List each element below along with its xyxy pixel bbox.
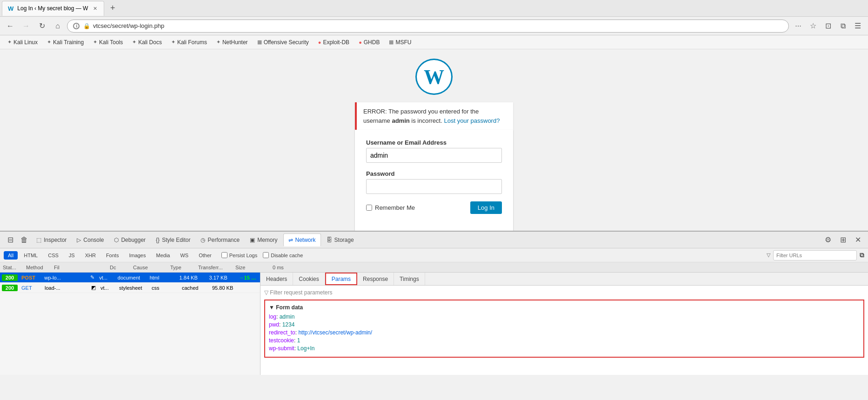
request-row-1[interactable]: 200 POST wp-lo... ✎ vt... document html … bbox=[0, 273, 260, 283]
request-1-transfer: 1.84 KB bbox=[178, 275, 207, 280]
error-box: ERROR: The password you entered for the … bbox=[355, 102, 513, 130]
bookmark-kali-docs[interactable]: ✦ Kali Docs bbox=[128, 38, 166, 47]
filter-params-row: ▽ Filter request parameters bbox=[264, 289, 864, 296]
tab-debugger[interactable]: ⬡ Debugger bbox=[109, 233, 150, 247]
request-list: 200 POST wp-lo... ✎ vt... document html … bbox=[0, 273, 260, 375]
tab-memory[interactable]: ▣ Memory bbox=[245, 233, 282, 247]
devtools-panel: ⊟ 🗑 ⬚ Inspector ▷ Console ⬡ Debugger {} … bbox=[0, 231, 868, 375]
bookmark-kali-docs-icon: ✦ bbox=[132, 39, 136, 45]
address-bar[interactable]: ℹ 🔒 vtcsec/secret/wp-login.php bbox=[67, 20, 789, 33]
style-editor-icon: {} bbox=[156, 237, 160, 243]
devtools-clear-button[interactable]: 🗑 bbox=[18, 233, 31, 247]
filter-images-button[interactable]: Images bbox=[125, 251, 150, 260]
bookmark-msfu[interactable]: ▦ MSFU bbox=[385, 38, 415, 47]
tab-network[interactable]: ⇌ Network bbox=[283, 233, 321, 247]
request-row-2[interactable]: 200 GET load-... ◩ vt... stylesheet css … bbox=[0, 283, 260, 293]
filter-params-label: Filter request parameters bbox=[270, 289, 332, 296]
sidebar-button[interactable]: ⊡ bbox=[821, 20, 835, 33]
bookmark-kali-linux[interactable]: ✦ Kali Linux bbox=[4, 38, 41, 47]
remember-checkbox[interactable] bbox=[366, 205, 372, 211]
split-view-button[interactable]: ⧉ bbox=[836, 20, 849, 33]
back-button[interactable]: ← bbox=[4, 20, 17, 33]
request-1-pencil: ✎ bbox=[88, 274, 98, 280]
filter-xhr-button[interactable]: XHR bbox=[81, 251, 100, 260]
bookmark-ghdb-icon: ● bbox=[359, 40, 362, 45]
request-detail-area: 200 POST wp-lo... ✎ vt... document html … bbox=[0, 273, 868, 375]
forward-button[interactable]: → bbox=[20, 20, 33, 33]
filter-url-clear-button[interactable]: ⧉ bbox=[860, 251, 864, 259]
request-2-icon: ◩ bbox=[89, 285, 99, 291]
bookmark-nethunter[interactable]: ✦ NetHunter bbox=[213, 38, 252, 47]
page-content: W ERROR: The password you entered for th… bbox=[0, 49, 868, 231]
more-options-button[interactable]: ··· bbox=[792, 20, 805, 33]
request-2-method: GET bbox=[20, 285, 43, 291]
password-input[interactable] bbox=[366, 179, 502, 194]
username-input[interactable] bbox=[366, 148, 502, 163]
remember-label[interactable]: Remember Me bbox=[366, 204, 415, 211]
lost-password-link[interactable]: Lost your password? bbox=[444, 117, 500, 124]
tab-storage[interactable]: 🗄 Storage bbox=[322, 233, 359, 247]
devtools-dock-side-button[interactable]: ⊞ bbox=[836, 233, 849, 247]
tab-console[interactable]: ▷ Console bbox=[72, 233, 108, 247]
form-data-key-log: log bbox=[269, 313, 276, 320]
style-editor-label: Style Editor bbox=[162, 237, 190, 243]
request-2-status: 200 bbox=[2, 285, 18, 291]
filter-ws-button[interactable]: WS bbox=[176, 251, 193, 260]
storage-icon: 🗄 bbox=[327, 237, 332, 243]
request-2-domain: vt... bbox=[99, 285, 117, 291]
persist-logs-input[interactable] bbox=[221, 252, 227, 258]
form-data-section: ▼ Form data log: admin pwd: 1234 redirec… bbox=[264, 300, 864, 358]
reload-button[interactable]: ↻ bbox=[35, 20, 48, 33]
col-header-cause: Cause bbox=[130, 265, 167, 270]
tab-inspector[interactable]: ⬚ Inspector bbox=[32, 233, 71, 247]
form-data-key-testcookie: testcookie bbox=[269, 337, 294, 344]
filter-other-button[interactable]: Other bbox=[194, 251, 216, 260]
filter-js-button[interactable]: JS bbox=[65, 251, 79, 260]
tab-performance[interactable]: ◷ Performance bbox=[196, 233, 244, 247]
devtools-toolbar: ⊟ 🗑 ⬚ Inspector ▷ Console ⬡ Debugger {} … bbox=[0, 232, 868, 248]
filter-media-button[interactable]: Media bbox=[152, 251, 174, 260]
request-1-file: wp-lo... bbox=[42, 275, 88, 280]
form-data-row-log: log: admin bbox=[269, 313, 860, 320]
login-button[interactable]: Log In bbox=[470, 201, 502, 214]
bookmark-offensive-security-label: Offensive Security bbox=[264, 39, 309, 46]
disable-cache-input[interactable] bbox=[263, 252, 269, 258]
browser-tab[interactable]: W Log In ‹ My secret blog — W ✕ bbox=[2, 1, 104, 16]
bookmark-kali-tools[interactable]: ✦ Kali Tools bbox=[89, 38, 127, 47]
bookmark-offensive-security[interactable]: ▦ Offensive Security bbox=[254, 38, 313, 47]
menu-button[interactable]: ☰ bbox=[851, 20, 864, 33]
console-icon: ▷ bbox=[77, 237, 81, 243]
filter-url-container: ▽ ⧉ bbox=[767, 250, 864, 260]
form-data-row-pwd: pwd: 1234 bbox=[269, 321, 860, 328]
bookmark-ghdb[interactable]: ● GHDB bbox=[355, 38, 383, 47]
detail-tab-headers[interactable]: Headers bbox=[260, 273, 293, 285]
bookmark-kali-docs-label: Kali Docs bbox=[138, 39, 162, 46]
bookmark-button[interactable]: ☆ bbox=[807, 20, 820, 33]
detail-tab-response[interactable]: Response bbox=[357, 273, 394, 285]
home-button[interactable]: ⌂ bbox=[51, 20, 64, 33]
bookmark-kali-forums[interactable]: ✦ Kali Forums bbox=[167, 38, 211, 47]
new-tab-button[interactable]: + bbox=[106, 2, 119, 15]
filter-all-button[interactable]: All bbox=[4, 251, 18, 260]
detail-tab-params[interactable]: Params bbox=[325, 273, 357, 285]
tab-close-button[interactable]: ✕ bbox=[92, 5, 98, 12]
detail-tab-cookies[interactable]: Cookies bbox=[293, 273, 325, 285]
debugger-icon: ⬡ bbox=[114, 237, 119, 243]
devtools-settings-button[interactable]: ⚙ bbox=[821, 233, 835, 247]
bookmark-kali-training-icon: ✦ bbox=[47, 39, 51, 45]
bookmark-kali-training[interactable]: ✦ Kali Training bbox=[43, 38, 87, 47]
persist-logs-checkbox[interactable]: Persist Logs bbox=[221, 252, 258, 258]
disable-cache-checkbox[interactable]: Disable cache bbox=[263, 252, 303, 258]
bookmark-kali-forums-icon: ✦ bbox=[171, 39, 175, 45]
detail-tab-timings[interactable]: Timings bbox=[394, 273, 425, 285]
devtools-dock-button[interactable]: ⊟ bbox=[4, 233, 17, 247]
tab-style-editor[interactable]: {} Style Editor bbox=[151, 233, 195, 247]
error-suffix: is incorrect. bbox=[411, 117, 442, 124]
filter-html-button[interactable]: HTML bbox=[20, 251, 42, 260]
filter-fonts-button[interactable]: Fonts bbox=[102, 251, 123, 260]
disable-cache-label: Disable cache bbox=[271, 253, 303, 258]
devtools-close-button[interactable]: ✕ bbox=[851, 233, 864, 247]
filter-url-input[interactable] bbox=[773, 250, 857, 260]
filter-css-button[interactable]: CSS bbox=[44, 251, 63, 260]
bookmark-exploit-db[interactable]: ● Exploit-DB bbox=[314, 38, 353, 47]
